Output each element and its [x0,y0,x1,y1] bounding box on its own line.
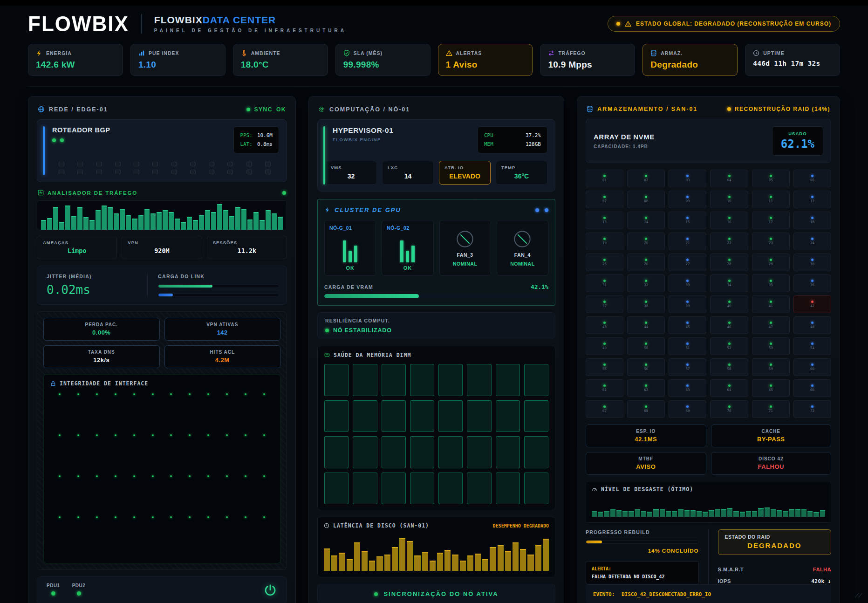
gpu-node-card-n-g-01[interactable]: NÓ-G_01OK [324,220,376,276]
disk-cell-54[interactable]: 54 [793,337,831,355]
disk-cell-12[interactable]: 12 [793,191,831,208]
disk-cell-61[interactable]: 61 [586,379,623,397]
disk-cell-18[interactable]: 18 [793,212,831,229]
disk-cell-6[interactable]: 06 [793,170,831,187]
disk-cell-70[interactable]: 70 [710,400,748,418]
dimm-cell [324,436,349,468]
disk-cell-53[interactable]: 53 [752,337,790,355]
disk-cell-13[interactable]: 13 [586,212,623,229]
disk-status-dot [686,384,689,387]
disk-cell-14[interactable]: 14 [627,212,665,229]
disk-cell-25[interactable]: 25 [586,254,623,271]
disk-cell-48[interactable]: 48 [793,316,831,334]
disk-cell-2[interactable]: 02 [627,170,665,187]
disk-number: 48 [810,325,814,329]
interface-health-dot [152,434,154,436]
disk-cell-59[interactable]: 59 [752,358,790,376]
disk-cell-20[interactable]: 20 [627,233,665,250]
disk-cell-22[interactable]: 22 [710,233,748,250]
disk-cell-9[interactable]: 09 [669,191,706,208]
disk-cell-17[interactable]: 17 [752,212,790,229]
kpi-energia[interactable]: ENERGIA142.6 kW [28,44,123,76]
gpu-node-card-n-g-02[interactable]: NÓ-G_02OK [382,220,433,276]
kpi-uptime[interactable]: UPTIME446d 11h 17m 32s [745,44,840,76]
disk-status-dot [645,301,647,303]
disk-cell-46[interactable]: 46 [710,316,748,334]
disk-cell-41[interactable]: 41 [752,295,790,313]
power-button[interactable] [263,583,277,597]
fan-card-fan_3[interactable]: FAN_3NOMINAL [439,220,491,276]
disk-cell-42[interactable]: 42 [793,295,831,313]
interface-health-dot [77,516,79,518]
disk-cell-4[interactable]: 04 [710,170,748,187]
disk-cell-55[interactable]: 55 [586,358,623,376]
disk-cell-35[interactable]: 35 [752,274,790,292]
disk-cell-66[interactable]: 66 [793,379,831,397]
disk-cell-1[interactable]: 01 [586,170,623,187]
metric-value: BY-PASS [716,436,827,443]
disk-cell-26[interactable]: 26 [627,254,665,271]
disk-cell-49[interactable]: 49 [586,337,623,355]
disk-cell-62[interactable]: 62 [627,379,665,397]
disk-cell-68[interactable]: 68 [627,400,665,418]
disk-cell-71[interactable]: 71 [752,400,790,418]
disk-cell-38[interactable]: 38 [627,295,665,313]
disk-cell-21[interactable]: 21 [669,233,706,250]
disk-cell-15[interactable]: 15 [669,212,706,229]
disk-cell-8[interactable]: 08 [627,191,665,208]
kpi-armaz[interactable]: ARMAZ.Degradado [642,44,738,76]
disk-cell-32[interactable]: 32 [627,274,665,292]
disk-cell-16[interactable]: 16 [710,212,748,229]
disk-number: 54 [810,346,814,350]
disk-cell-51[interactable]: 51 [669,337,706,355]
kpi-pue[interactable]: PUE INDEX1.10 [130,44,226,76]
disk-cell-3[interactable]: 03 [669,170,706,187]
disk-cell-5[interactable]: 05 [752,170,790,187]
disk-cell-39[interactable]: 39 [669,295,706,313]
disk-cell-65[interactable]: 65 [752,379,790,397]
disk-cell-34[interactable]: 34 [710,274,748,292]
disk-cell-45[interactable]: 45 [669,316,706,334]
disk-cell-56[interactable]: 56 [627,358,665,376]
disk-cell-67[interactable]: 67 [586,400,623,418]
disk-cell-19[interactable]: 19 [586,233,623,250]
disk-cell-69[interactable]: 69 [669,400,706,418]
disk-cell-29[interactable]: 29 [752,254,790,271]
disk-cell-11[interactable]: 11 [752,191,790,208]
resize-handle[interactable]: ⟋⟋ [855,592,861,599]
disk-cell-24[interactable]: 24 [793,233,831,250]
kpi-sla[interactable]: SLA (MÊS)99.998% [335,44,431,76]
disk-cell-36[interactable]: 36 [793,274,831,292]
disk-cell-52[interactable]: 52 [710,337,748,355]
kpi-alertas[interactable]: ALERTAS1 Aviso [438,44,533,76]
disk-status-dot [770,363,772,366]
disk-cell-28[interactable]: 28 [710,254,748,271]
disk-cell-60[interactable]: 60 [793,358,831,376]
disk-cell-44[interactable]: 44 [627,316,665,334]
disk-cell-50[interactable]: 50 [627,337,665,355]
traffic-bar [211,212,216,230]
fan-card-fan_4[interactable]: FAN_4NOMINAL [497,220,548,276]
disk-cell-10[interactable]: 10 [710,191,748,208]
disk-cell-58[interactable]: 58 [710,358,748,376]
disk-cell-23[interactable]: 23 [752,233,790,250]
disk-cell-31[interactable]: 31 [586,274,623,292]
disk-cell-72[interactable]: 72 [793,400,831,418]
disk-cell-57[interactable]: 57 [669,358,706,376]
disk-cell-43[interactable]: 43 [586,316,623,334]
global-status-badge[interactable]: ESTADO GLOBAL: DEGRADADO (RECONSTRUÇÃO E… [608,16,840,32]
disk-cell-37[interactable]: 37 [586,295,623,313]
interface-health-dot [170,434,172,436]
disk-cell-33[interactable]: 33 [669,274,706,292]
disk-number: 72 [810,409,814,413]
disk-cell-40[interactable]: 40 [710,295,748,313]
disk-cell-47[interactable]: 47 [752,316,790,334]
disk-cell-30[interactable]: 30 [793,254,831,271]
disk-cell-64[interactable]: 64 [710,379,748,397]
disk-cell-7[interactable]: 07 [586,191,623,208]
disk-cell-27[interactable]: 27 [669,254,706,271]
kpi-trafego[interactable]: TRÁFEGO10.9 Mpps [540,44,635,76]
disk-cell-63[interactable]: 63 [669,379,706,397]
disk-number: 46 [727,325,731,329]
kpi-ambiente[interactable]: AMBIENTE18.0°C [233,44,328,76]
